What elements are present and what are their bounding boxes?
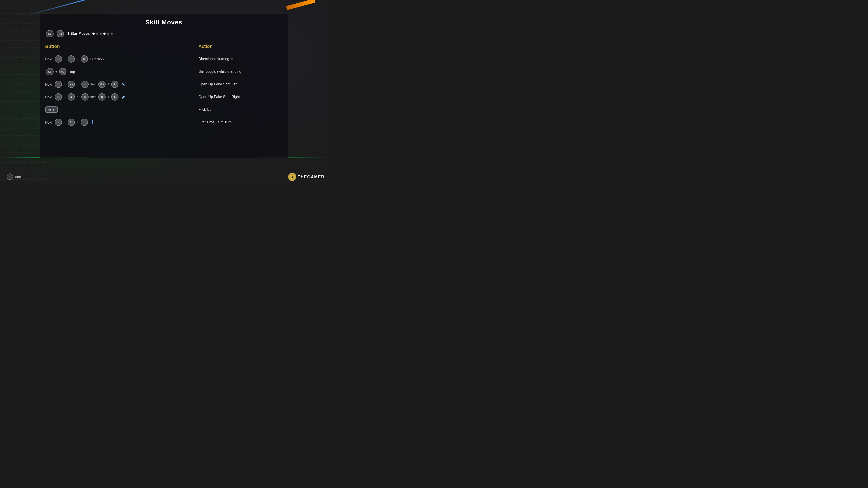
plus-3b: + — [107, 82, 110, 86]
r3-label: R3 — [48, 108, 51, 111]
action-row-4: Open Up Fake Shot Right — [198, 91, 283, 103]
cross-button-3: ✕ — [98, 80, 105, 88]
r1-button-6: R1 — [68, 119, 75, 126]
r3-arrow: ▼ — [52, 108, 55, 111]
arrow-sw-icon: ⬉ — [120, 81, 126, 88]
action-text-5: Flick Up — [198, 107, 212, 111]
plus-6a: + — [64, 120, 66, 124]
move-row-6: Hold L1 + R1 + L ⬇ — [45, 116, 188, 128]
action-text-3: Open Up Fake Shot Left — [198, 82, 238, 86]
l1-button-6: L1 — [55, 119, 62, 126]
category-bar: L2 R2 1 Star Moves — [40, 30, 288, 40]
square-button-4: ■ — [68, 93, 75, 101]
cat-icons: L2 R2 — [45, 30, 65, 37]
arrow-ne-icon: ⬈ — [120, 94, 126, 100]
r3-flick-button: R3 ▼ — [45, 106, 58, 113]
plus-1a: + — [64, 57, 66, 61]
plus-1b: + — [76, 57, 79, 61]
l-button-3: L — [111, 80, 119, 88]
back-circle-button[interactable]: ○ — [7, 173, 13, 180]
plus-2a: + — [55, 70, 57, 74]
branding: ⚙ THEGAMER — [288, 173, 324, 181]
move-row-2: L2 + R1 Tap — [45, 66, 188, 77]
brand-text: THEGAMER — [298, 175, 324, 180]
l2-button[interactable]: L2 — [46, 30, 54, 37]
action-row-2: Ball Juggle (while standing) — [198, 66, 283, 77]
move-row-5: R3 ▼ — [45, 104, 188, 116]
circle-button-4: ○ — [81, 93, 89, 101]
action-row-1: Directional Nutmeg ✏ — [198, 53, 283, 65]
r-button-1: R — [81, 55, 88, 63]
or-text-4: or — [76, 95, 79, 99]
move-row-1: Hold L1 + R1 + R Direction — [45, 53, 188, 65]
dot-2 — [96, 33, 98, 35]
then-text-4: then — [90, 95, 96, 99]
plus-4b: + — [107, 95, 110, 99]
action-row-5: Flick Up — [198, 104, 283, 116]
r1-button-1: R1 — [68, 55, 75, 63]
circle-button-3: ○ — [81, 80, 89, 88]
l-button-6: L — [81, 119, 88, 126]
then-text-3: then — [90, 83, 96, 86]
l2-button-2: L2 — [46, 68, 54, 75]
l1-button-4: L1 — [55, 93, 62, 101]
action-column-header: Action — [198, 44, 283, 49]
action-row-6: First Time Feint Turn — [198, 116, 283, 128]
cross-button-4: ✕ — [98, 93, 105, 101]
brand-icon: ⚙ — [288, 173, 296, 181]
action-text-2: Ball Juggle (while standing) — [198, 70, 243, 74]
action-row-3: Open Up Fake Shot Left — [198, 78, 283, 90]
action-text-4: Open Up Fake Shot Right — [198, 95, 240, 99]
dot-1 — [92, 33, 95, 35]
dot-6 — [111, 33, 113, 35]
action-text-6: First Time Feint Turn — [198, 120, 232, 124]
square-button-3: ■ — [68, 80, 75, 88]
hold-label-4: Hold — [45, 95, 52, 99]
plus-4a: + — [64, 95, 66, 99]
star-label: 1 Star Moves — [67, 32, 90, 36]
page-title: Skill Moves — [40, 14, 288, 30]
tap-label: Tap — [69, 70, 75, 74]
hold-label-1: Hold — [45, 57, 52, 61]
back-label: Back — [15, 175, 22, 179]
plus-6b: + — [76, 120, 79, 124]
move-row-4: Hold L1 + ■ or ○ then ✕ + L ⬈ — [45, 91, 188, 103]
hold-label-3: Hold — [45, 83, 52, 86]
hold-label-6: Hold — [45, 121, 52, 124]
content-area: Button Hold L1 + R1 + R Direction L2 + R… — [40, 40, 288, 162]
dot-3 — [100, 33, 102, 35]
r1-button-2: R1 — [59, 68, 66, 75]
direction-label: Direction — [90, 57, 104, 61]
bottom-bar: ○ Back — [7, 173, 22, 180]
move-row-3: Hold L1 + ■ or ○ then ✕ + L ⬉ — [45, 78, 188, 90]
button-column: Button Hold L1 + R1 + R Direction L2 + R… — [40, 40, 193, 162]
l1-button-3: L1 — [55, 80, 62, 88]
action-column: Action Directional Nutmeg ✏ Ball Juggle … — [193, 40, 288, 162]
dot-4 — [103, 33, 105, 35]
action-text-1: Directional Nutmeg — [198, 57, 229, 61]
button-column-header: Button — [45, 44, 188, 49]
r2-button[interactable]: R2 — [57, 30, 64, 37]
or-text-3: or — [76, 83, 79, 86]
pencil-icon-1: ✏ — [231, 57, 234, 61]
dot-5 — [107, 33, 109, 35]
main-panel: Skill Moves L2 R2 1 Star Moves Button Ho… — [39, 13, 288, 158]
arrow-down-icon: ⬇ — [90, 119, 96, 125]
plus-3a: + — [64, 82, 66, 86]
l1-button-1: L1 — [55, 55, 62, 63]
l-button-4: L — [111, 93, 119, 101]
page-dots — [92, 33, 113, 35]
